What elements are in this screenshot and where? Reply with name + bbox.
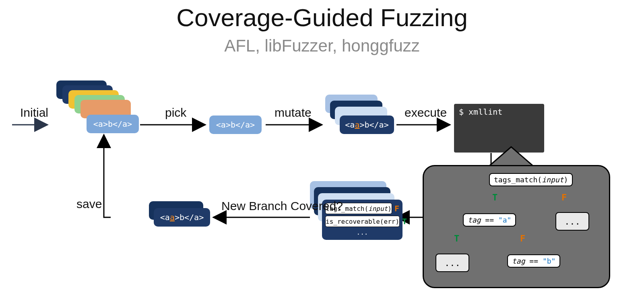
- tree-root-node: tags_match(input): [489, 173, 573, 186]
- corpus-stack: <a>b</a>: [56, 80, 149, 137]
- tree-node-tag-a: tag == "a": [463, 213, 516, 227]
- mutated-front-seed: <aa>b</a>: [340, 116, 394, 134]
- coverage-row: is_recoverable(err): [325, 216, 400, 227]
- mutated-stack: <aa>b</a>: [325, 95, 406, 139]
- seed-text: <aa>b</a>: [345, 120, 388, 130]
- edge-label-t: T: [454, 233, 459, 243]
- seed-text: <a>b</a>: [93, 119, 132, 129]
- saved-stack: <aa>b</a>: [149, 201, 221, 233]
- corpus-front-seed: <a>b</a>: [87, 115, 139, 133]
- node-text: tags_match(input): [494, 175, 568, 184]
- seed-text: <a>b</a>: [216, 120, 255, 130]
- pick-label: pick: [165, 106, 186, 120]
- edge-label-f: F: [561, 192, 567, 202]
- edge-label-f: F: [520, 233, 525, 243]
- node-text: tag == "a": [468, 216, 511, 224]
- mutate-label: mutate: [275, 106, 312, 120]
- picked-seed: <a>b</a>: [209, 116, 262, 134]
- tree-node-ellipsis: ...: [555, 212, 589, 231]
- coverage-flag-t: T: [402, 217, 407, 226]
- tree-node-ellipsis: ...: [436, 254, 469, 272]
- tree-node-tag-b: tag == "b": [507, 254, 560, 268]
- coverage-ellipsis: ...: [325, 229, 399, 236]
- edge-label-t: T: [492, 192, 497, 202]
- seed-text: <aa>b</a>: [160, 212, 204, 222]
- coverage-flag-f: F: [394, 204, 399, 213]
- terminal-prompt: $ xmllint: [459, 107, 502, 117]
- node-text: tag == "b": [512, 257, 555, 265]
- new-branch-label: New Branch Covered?: [221, 199, 343, 213]
- execute-label: execute: [405, 106, 447, 120]
- save-label: save: [76, 197, 102, 211]
- saved-front-seed: <aa>b</a>: [154, 208, 210, 227]
- initial-label: Initial: [20, 106, 48, 120]
